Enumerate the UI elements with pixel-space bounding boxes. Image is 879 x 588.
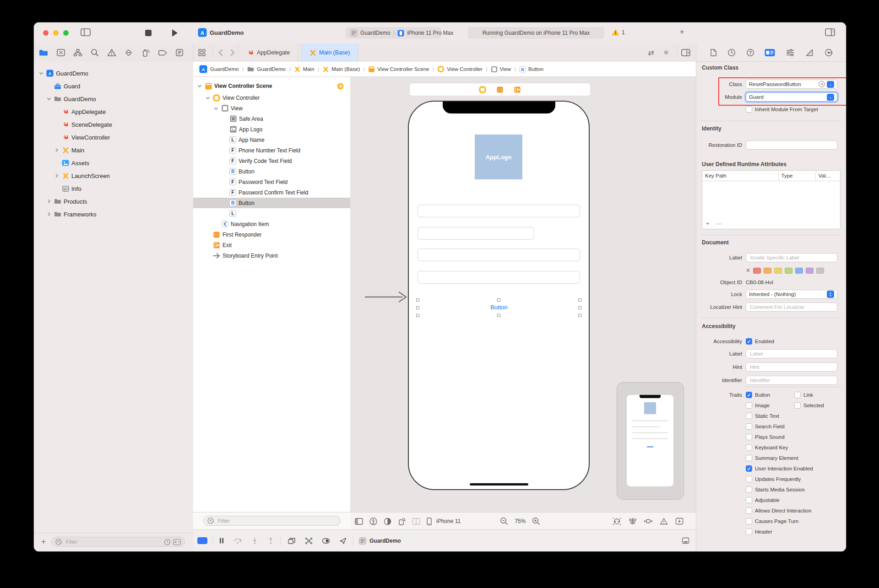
trait-causes-page-turn[interactable]: Causes Page Turn	[746, 518, 798, 524]
accessibility-enabled-checkbox[interactable]: ✓	[746, 338, 752, 345]
hide-outline-icon[interactable]	[355, 518, 363, 525]
scm-filter-icon[interactable]	[173, 539, 181, 545]
navigator-item-info[interactable]: Info	[34, 182, 193, 195]
view-hierarchy-debugger-icon[interactable]	[288, 537, 296, 545]
selection-handle[interactable]	[416, 306, 419, 309]
breadcrumb-view[interactable]: View	[491, 66, 511, 73]
a11y-label-field[interactable]	[746, 349, 837, 358]
restoration-id-field[interactable]	[746, 140, 837, 150]
trait-summary-element[interactable]: Summary Element	[746, 455, 798, 461]
navigator-item-guard[interactable]: Guard	[34, 80, 193, 92]
debug-navigator-tab[interactable]	[140, 47, 151, 58]
step-out-icon[interactable]	[267, 537, 274, 545]
udra-column-header[interactable]: Type	[778, 171, 815, 181]
pause-execution-icon[interactable]	[219, 537, 224, 544]
zoom-level[interactable]: 75%	[515, 518, 526, 524]
outline-item-view-controller-scene[interactable]: View Controller Scene	[193, 80, 350, 92]
outline-item-app-name[interactable]: LApp Name	[193, 135, 350, 145]
adjust-editor-icon[interactable]: ≡	[661, 47, 672, 58]
attributes-inspector-tab[interactable]	[786, 49, 795, 57]
phone-number-text-field[interactable]	[418, 205, 580, 217]
source-control-navigator-tab[interactable]	[55, 47, 66, 58]
breakpoint-navigator-tab[interactable]	[157, 47, 168, 58]
split-view-icon[interactable]	[412, 518, 420, 525]
view-controller-dock-icon[interactable]	[479, 86, 486, 93]
toggle-navigator-icon[interactable]	[81, 28, 91, 36]
identity-inspector-tab[interactable]	[765, 49, 775, 57]
document-color-swatch[interactable]	[806, 268, 814, 274]
document-color-swatch[interactable]	[795, 268, 803, 274]
navigator-item-guarddemo[interactable]: GuardDemo	[34, 92, 193, 105]
stop-button[interactable]	[145, 30, 152, 36]
document-color-swatch[interactable]	[753, 268, 761, 274]
document-color-swatch[interactable]	[785, 268, 792, 274]
navigator-item-launchscreen[interactable]: LaunchScreen	[34, 169, 193, 182]
localizer-hint-field[interactable]	[746, 302, 837, 312]
a11y-hint-input[interactable]	[749, 364, 834, 370]
class-dropdown-icon[interactable]: ⌄	[827, 81, 834, 88]
trait-keyboard-key[interactable]: Keyboard Key	[746, 444, 788, 451]
document-label-input[interactable]	[749, 254, 834, 261]
navigator-item-assets[interactable]: Assets	[34, 156, 193, 169]
selection-handle[interactable]	[578, 314, 581, 317]
selection-handle[interactable]	[578, 306, 581, 309]
step-into-icon[interactable]	[251, 537, 258, 545]
localizer-hint-input[interactable]	[749, 304, 834, 310]
help-inspector-tab[interactable]: ?	[746, 49, 754, 57]
memory-graph-icon[interactable]	[305, 537, 313, 545]
lock-dropdown[interactable]: Inherited - (Nothing) ▴▾	[746, 290, 837, 299]
outline-item-navigation-item[interactable]: Navigation Item	[193, 219, 350, 229]
module-dropdown-icon[interactable]: ⌄	[827, 94, 834, 101]
outline-item-view[interactable]: View	[193, 103, 350, 113]
breadcrumb-main[interactable]: Main	[294, 66, 315, 73]
inherit-module-checkbox[interactable]	[746, 106, 752, 113]
a11y-identifier-input[interactable]	[749, 377, 834, 383]
navigator-item-frameworks[interactable]: Frameworks	[34, 208, 193, 221]
a11y-label-input[interactable]	[749, 351, 834, 357]
zoom-window-button[interactable]	[63, 30, 69, 36]
module-field[interactable]: Guard ⌄	[746, 92, 837, 102]
scheme-selector[interactable]: GuardDemo 〉 iPhone 11 Pro Max	[346, 27, 441, 39]
password-text-field[interactable]	[418, 248, 580, 261]
udra-column-header[interactable]: Val…	[815, 171, 840, 181]
trait-link[interactable]: Link	[794, 392, 813, 398]
new-tab-button[interactable]: +	[679, 27, 684, 37]
a11y-hint-field[interactable]	[746, 362, 837, 372]
breadcrumb-guarddemo[interactable]: GuardDemo	[247, 66, 286, 72]
trait-search-field[interactable]: Search Field	[746, 423, 785, 430]
jump-to-class-icon[interactable]	[819, 81, 825, 87]
step-over-icon[interactable]	[233, 537, 242, 544]
a11y-identifier-field[interactable]	[746, 376, 837, 385]
device-label[interactable]: iPhone 11	[436, 518, 461, 524]
add-file-button[interactable]: +	[41, 537, 46, 546]
runtime-attributes-table[interactable]: Key PathTypeVal… + —	[702, 170, 841, 229]
resolve-autolayout-icon[interactable]	[660, 518, 668, 525]
zoom-out-icon[interactable]	[500, 517, 508, 525]
breadcrumb-view-controller[interactable]: View Controller	[437, 65, 483, 73]
appearance-icon[interactable]	[384, 518, 391, 525]
storyboard-entry-arrow[interactable]	[364, 290, 410, 304]
trait-button[interactable]: ✓ Button	[746, 392, 794, 398]
go-forward-icon[interactable]	[227, 47, 238, 58]
navigator-filter-field[interactable]	[51, 537, 185, 547]
update-frames-icon[interactable]	[613, 518, 621, 525]
related-items-icon[interactable]	[196, 47, 207, 58]
breadcrumb-main-base-[interactable]: Main (Base)	[322, 66, 360, 73]
toggle-inspectors-icon[interactable]	[825, 28, 835, 36]
report-navigator-tab[interactable]	[174, 47, 185, 58]
trait-allows-direct-interaction[interactable]: Allows Direct Interaction	[746, 507, 811, 514]
exit-dock-icon[interactable]	[514, 86, 521, 93]
outline-item-verify-code-text-field[interactable]: FVerify Code Text Field	[193, 156, 350, 166]
outline-item-password-text-field[interactable]: FPassword Text Field	[193, 177, 350, 187]
project-navigator-tab[interactable]	[38, 47, 49, 58]
environment-overrides-icon[interactable]	[322, 537, 330, 545]
outline-item-safe-area[interactable]: Safe Area	[193, 113, 350, 124]
add-attribute-button[interactable]: +	[706, 220, 710, 227]
connections-inspector-tab[interactable]	[825, 49, 833, 57]
issue-navigator-tab[interactable]	[106, 47, 117, 58]
selection-handle[interactable]	[578, 298, 581, 302]
trait-plays-sound[interactable]: Plays Sound	[746, 434, 785, 440]
trait-adjustable[interactable]: Adjustable	[746, 497, 780, 503]
selected-button[interactable]: Button	[481, 304, 517, 311]
document-color-swatch[interactable]	[816, 268, 824, 274]
